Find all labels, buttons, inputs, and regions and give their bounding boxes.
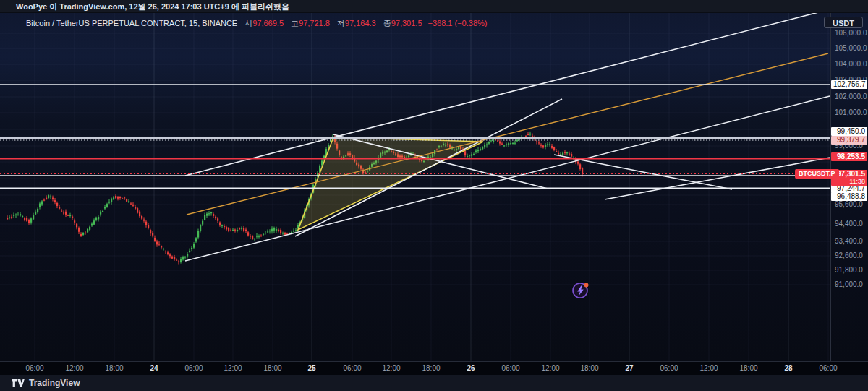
time-axis-tick: 18:00 (105, 364, 123, 374)
price-chart-canvas[interactable] (0, 13, 830, 361)
time-axis-tick: 25 (307, 364, 315, 374)
ohlc-values: 시97,669.5고97,721.8저97,164.3종97,301.5 (237, 19, 422, 27)
time-axis-tick: 28 (784, 364, 792, 374)
time-axis-tick: 18:00 (580, 364, 598, 374)
flash-icon[interactable] (571, 281, 590, 300)
time-axis-tick: 27 (625, 364, 633, 374)
time-axis-tick: 12:00 (541, 364, 559, 374)
time-axis-tick: 06:00 (184, 364, 203, 374)
price-axis-tick: 102,000.0 (835, 93, 867, 101)
publish-info-bar: WooPye 이 TradingView.com, 12월 26, 2024 1… (0, 0, 868, 13)
price-axis-tick: 92,600.0 (835, 252, 863, 260)
time-axis-tick: 18:00 (739, 364, 757, 374)
price-level-label: 98,253.5 (831, 152, 867, 161)
ohlc-item: 종97,301.5 (383, 19, 422, 27)
price-axis-tick: 101,000.0 (835, 108, 867, 117)
price-axis[interactable]: 106,000.0105,000.0104,000.0103,000.0102,… (831, 13, 868, 361)
grid (0, 13, 830, 361)
time-axis-tick: 06:00 (819, 364, 837, 374)
publish-text: WooPye 이 TradingView.com, 12월 26, 2024 1… (16, 2, 289, 11)
footer-bar: TradingView (0, 374, 868, 391)
tradingview-logo[interactable]: TradingView (12, 378, 80, 388)
price-axis-tick: 104,000.0 (835, 60, 867, 69)
symbol-title[interactable]: Bitcoin / TetherUS PERPETUAL CONTRACT, 1… (26, 19, 237, 27)
currency-toggle-button[interactable]: USDT (824, 17, 863, 28)
price-level-label: 102,756.7 (831, 80, 867, 89)
price-axis-tick: 91,000.0 (835, 280, 863, 289)
time-axis-tick: 06:00 (501, 364, 519, 374)
tradingview-published-chart: WooPye 이 TradingView.com, 12월 26, 2024 1… (0, 0, 868, 391)
time-axis-tick: 12:00 (699, 364, 718, 374)
time-axis-tick: 06:00 (25, 364, 43, 374)
time-axis-tick: 12:00 (224, 364, 242, 374)
time-axis-tick: 26 (467, 364, 475, 374)
time-axis-tick: 06:00 (660, 364, 678, 374)
price-axis-tick: 106,000.0 (835, 29, 867, 38)
time-axis-tick: 06:00 (343, 364, 361, 374)
candlesticks (7, 132, 583, 265)
tv-logo-text: TradingView (29, 378, 80, 388)
price-axis-tick: 91,800.0 (835, 266, 863, 275)
time-axis[interactable]: 06:0012:0018:002406:0012:0018:002506:001… (0, 361, 868, 375)
ohlc-item: 고97,721.8 (291, 19, 330, 27)
ohlc-item: 시97,669.5 (244, 19, 284, 27)
tv-logo-icon (12, 379, 25, 387)
chart-pane[interactable] (0, 13, 830, 361)
change-value: −368.1 (−0.38%) (428, 19, 488, 27)
time-axis-tick: 18:00 (422, 364, 440, 374)
time-axis-tick: 12:00 (382, 364, 400, 374)
symbol-legend: Bitcoin / TetherUS PERPETUAL CONTRACT, 1… (26, 17, 487, 29)
price-axis-tick: 93,400.0 (835, 237, 863, 246)
price-line-symbol-tag[interactable]: BTCUSDT.P (795, 169, 839, 179)
price-axis-tick: 95,600.0 (835, 200, 863, 209)
time-axis-tick: 12:00 (65, 364, 83, 374)
price-level-label: 99,379.7 (831, 136, 867, 145)
time-axis-tick: 24 (150, 364, 158, 374)
price-level-label: 99,450.0 (831, 127, 867, 136)
price-axis-tick: 94,400.0 (835, 220, 863, 228)
price-level-label: 96,488.8 (831, 192, 867, 201)
price-axis-tick: 105,000.0 (835, 44, 867, 53)
time-axis-tick: 18:00 (263, 364, 281, 374)
chart-region: Bitcoin / TetherUS PERPETUAL CONTRACT, 1… (0, 13, 868, 361)
ohlc-item: 저97,164.3 (337, 19, 376, 27)
